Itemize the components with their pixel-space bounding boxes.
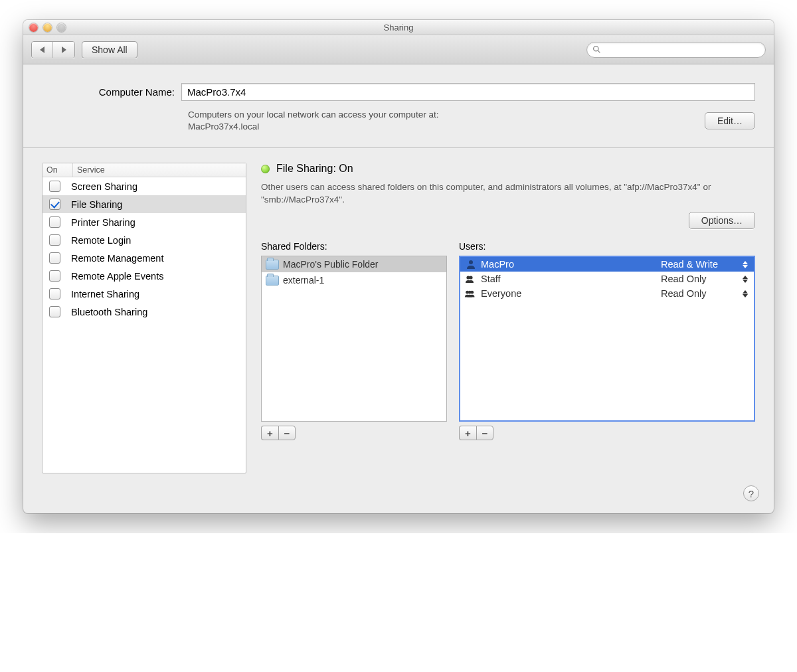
services-header-service: Service [73,163,246,177]
status-on-icon [261,165,270,173]
computer-name-label: Computer Name: [42,86,181,98]
service-checkbox[interactable] [49,270,60,282]
service-label: Remote Apple Events [71,271,163,282]
services-list: On Service Screen SharingFile SharingPri… [42,163,246,473]
users-list[interactable]: MacProRead & WriteStaffRead OnlyEveryone… [459,256,755,422]
content: Computer Name: Computers on your local n… [23,64,774,513]
service-row[interactable]: File Sharing [43,195,246,213]
forward-button[interactable] [53,42,74,58]
user-permission[interactable]: Read & Write [661,259,751,270]
nav-segmented [31,41,75,58]
file-sharing-detail: File Sharing: On Other users can access … [261,163,755,473]
folder-row[interactable]: external-1 [262,272,446,288]
updown-icon [742,261,749,268]
status-description: Other users can access shared folders on… [261,181,755,207]
remove-user-button[interactable]: − [476,426,493,440]
service-label: Bluetooth Sharing [71,307,147,317]
service-row[interactable]: Printer Sharing [43,213,246,231]
service-label: Remote Management [71,253,163,264]
service-row[interactable]: Screen Sharing [43,177,246,195]
edit-button[interactable]: Edit… [705,112,755,129]
chevron-left-icon [40,46,44,53]
service-label: Printer Sharing [71,217,135,228]
service-checkbox[interactable] [49,288,60,299]
add-folder-button[interactable]: + [261,426,278,440]
updown-icon [742,290,749,297]
user-name: MacPro [481,259,661,270]
user-permission[interactable]: Read Only [661,274,751,284]
service-row[interactable]: Remote Apple Events [43,267,246,285]
svg-point-0 [594,46,598,51]
folder-icon [266,276,279,286]
titlebar: Sharing [23,20,774,35]
service-row[interactable]: Bluetooth Sharing [43,303,246,321]
service-checkbox[interactable] [49,252,60,264]
svg-line-1 [598,50,600,52]
group-icon [464,274,478,284]
computer-name-section: Computer Name: Computers on your local n… [23,64,774,148]
service-checkbox[interactable] [49,199,60,210]
search-input[interactable] [604,44,760,54]
user-row[interactable]: EveryoneRead Only [460,286,754,301]
services-header: On Service [43,163,246,177]
users-label: Users: [459,241,755,252]
service-checkbox[interactable] [49,216,60,228]
user-name: Staff [481,274,661,284]
service-row[interactable]: Internet Sharing [43,285,246,303]
folder-name: MacPro's Public Folder [283,259,379,270]
shared-folders-list[interactable]: MacPro's Public Folderexternal-1 [261,256,447,422]
svg-point-4 [469,276,472,280]
main-section: On Service Screen SharingFile SharingPri… [23,148,774,473]
svg-point-7 [470,291,474,294]
service-label: Internet Sharing [71,289,139,299]
service-checkbox[interactable] [49,234,60,246]
folder-row[interactable]: MacPro's Public Folder [262,256,446,272]
computer-name-input[interactable] [181,83,755,101]
toolbar: Show All [23,35,774,64]
svg-point-2 [469,260,473,264]
service-row[interactable]: Remote Login [43,231,246,249]
person-icon [464,259,478,270]
status-title: File Sharing: On [276,163,353,175]
service-checkbox[interactable] [49,181,60,192]
folder-icon [266,260,279,270]
show-all-button[interactable]: Show All [82,41,137,58]
shared-folders-label: Shared Folders: [261,241,447,252]
user-name: Everyone [481,288,661,299]
services-header-on: On [43,163,73,177]
service-label: Remote Login [71,235,131,246]
service-label: Screen Sharing [71,181,137,192]
options-button[interactable]: Options… [689,212,755,229]
user-row[interactable]: StaffRead Only [460,272,754,286]
window-title: Sharing [23,23,774,33]
service-label: File Sharing [71,199,122,210]
chevron-right-icon [62,46,66,53]
help-button[interactable]: ? [743,485,759,501]
search-field[interactable] [586,42,766,58]
search-icon [592,45,601,54]
user-row[interactable]: MacProRead & Write [460,257,754,272]
computer-name-hint: Computers on your local network can acce… [188,109,705,133]
remove-folder-button[interactable]: − [278,426,296,440]
service-checkbox[interactable] [49,306,60,317]
service-row[interactable]: Remote Management [43,249,246,267]
add-user-button[interactable]: + [459,426,476,440]
updown-icon [742,276,749,283]
folder-name: external-1 [283,275,324,286]
group-icon [464,289,478,298]
user-permission[interactable]: Read Only [661,288,751,299]
sharing-window: Sharing Show All Computer Name: Computer… [23,20,774,513]
back-button[interactable] [32,42,53,58]
